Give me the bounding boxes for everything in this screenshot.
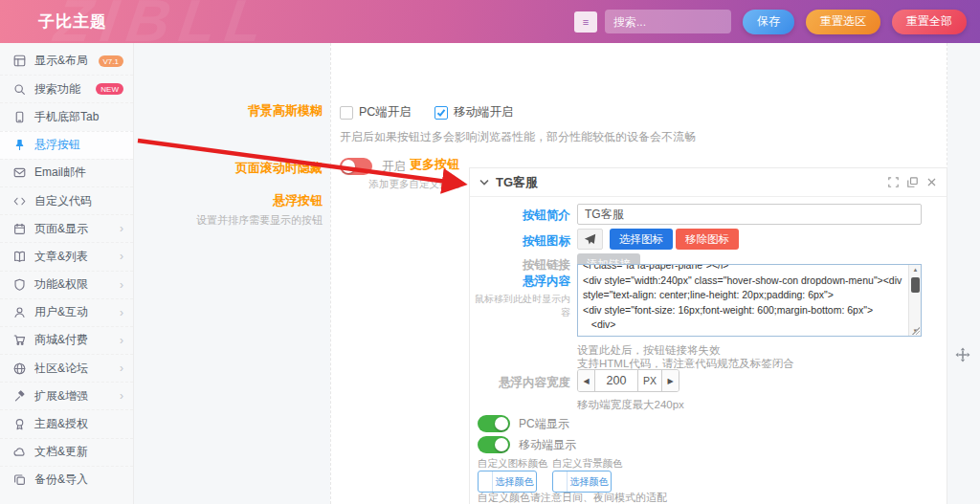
bg-color-swatch [553, 471, 568, 492]
icon-label: 按钮图标 [470, 233, 570, 250]
paper-plane-icon[interactable] [577, 229, 603, 250]
sidebar-item-page-display[interactable]: 页面&显示 › [0, 214, 133, 242]
mobile-checkbox[interactable] [434, 106, 448, 120]
scroll-up-icon[interactable]: ▲ [909, 267, 922, 273]
user-icon [13, 306, 27, 319]
mail-icon [13, 166, 27, 180]
pick-icon-color-button[interactable]: 选择颜色 [478, 471, 537, 493]
sidebar-item-theme-license[interactable]: 主题&授权 [0, 409, 133, 437]
duplicate-icon[interactable] [907, 177, 918, 187]
bg-color-label: 自定义背景颜色 [552, 457, 623, 471]
app-title: 子比主题 [38, 11, 107, 33]
remove-icon-button[interactable]: 移除图标 [676, 229, 739, 250]
sidebar-item-shop[interactable]: 商城&付费 › [0, 326, 133, 354]
cloud-icon [13, 446, 27, 459]
community-icon [13, 362, 27, 375]
color-hint: 自定义颜色请注意日间、夜间模式的适配 [478, 491, 667, 504]
save-button[interactable]: 保存 [743, 10, 794, 34]
pc-checkbox-label[interactable]: PC端开启 [359, 104, 412, 121]
chevron-right-icon: › [120, 278, 123, 292]
width-stepper: ◀ 200 PX ▶ [577, 369, 679, 392]
close-icon[interactable] [926, 177, 937, 187]
pin-icon [13, 139, 27, 152]
chevron-right-icon: › [120, 334, 123, 347]
search-icon [13, 82, 27, 96]
panel-header[interactable]: TG客服 [470, 168, 947, 197]
sidebar-item-extensions[interactable]: 扩展&增强 › [0, 382, 133, 409]
gaussian-blur-hint: 开启后如果按钮过多会影响浏览器性能，部分性能较低的设备会不流畅 [340, 129, 696, 145]
float-button-desc: 设置并排序需要显示的按钮 [134, 213, 323, 228]
version-badge: V7.1 [99, 55, 123, 67]
more-buttons-label: 更多按钮 [330, 156, 459, 173]
sidebar-item-users[interactable]: 用户&互动 › [0, 298, 133, 326]
textarea-scrollbar[interactable]: ▲ ▼ [908, 265, 921, 336]
hover-hint1: 设置此处后，按钮链接将失效 [577, 343, 721, 358]
phone-icon [13, 110, 27, 123]
mobile-show-label: 移动端显示 [519, 437, 576, 453]
select-icon-button[interactable]: 选择图标 [610, 229, 673, 250]
tools-icon [13, 389, 27, 403]
panel-title: TG客服 [496, 174, 538, 191]
intro-label: 按钮简介 [470, 208, 570, 224]
chevron-right-icon: › [120, 222, 123, 235]
stepper-decrease-icon[interactable]: ◀ [578, 370, 594, 391]
width-label: 悬浮内容宽度 [470, 375, 570, 391]
hover-code-textarea[interactable]: <i class="fa fa-paper-plane"></i> <div s… [577, 264, 922, 337]
gaussian-blur-options: PC端开启 移动端开启 [340, 104, 513, 121]
reset-section-button[interactable]: 重置选区 [806, 10, 880, 34]
hover-code-content: <i class="fa fa-paper-plane"></i> <div s… [583, 264, 905, 337]
sidebar-item-display-layout[interactable]: 显示&布局 V7.1 [0, 47, 133, 75]
width-value[interactable]: 200 [594, 370, 638, 391]
code-icon [13, 194, 27, 208]
shield-icon [13, 278, 27, 292]
article-icon [13, 250, 27, 263]
chevron-right-icon: › [120, 250, 123, 263]
settings-main: 背景高斯模糊 PC端开启 移动端开启 开启后如果按钮过多会影响浏览器性能，部分性… [134, 43, 980, 504]
sidebar-item-backup[interactable]: 备份&导入 [0, 466, 133, 493]
sidebar-item-article-list[interactable]: 文章&列表 › [0, 242, 133, 270]
cart-icon [13, 334, 27, 347]
quick-nav-icon[interactable]: ≡ [574, 11, 597, 33]
stepper-increase-icon[interactable]: ▶ [662, 370, 679, 391]
top-header: ZIBLL 子比主题 ≡ 保存 重置选区 重置全部 [0, 0, 980, 43]
collapse-chevron-icon [479, 179, 489, 186]
pc-show-label: PC端显示 [519, 416, 569, 432]
move-handle-icon[interactable] [955, 347, 970, 362]
pc-show-toggle[interactable] [478, 415, 510, 432]
copy-icon [13, 473, 27, 487]
sidebar-item-community[interactable]: 社区&论坛 › [0, 354, 133, 382]
custom-button-panel: TG客服 按钮简介 按钮图标 选择图标 移除图标 按钮链接 添加链接 悬浮内容 … [469, 167, 947, 504]
pick-bg-color-button[interactable]: 选择颜色 [552, 471, 612, 493]
sidebar-item-email[interactable]: Email邮件 [0, 159, 133, 186]
sidebar-item-search[interactable]: 搜索功能 NEW [0, 75, 133, 102]
chevron-right-icon: › [120, 306, 123, 319]
icon-color-label: 自定义图标颜色 [478, 457, 548, 471]
sidebar-item-float-button[interactable]: 悬浮按钮 [0, 131, 133, 159]
search-input[interactable] [605, 10, 731, 33]
sidebar-item-permissions[interactable]: 功能&权限 › [0, 271, 133, 298]
pc-checkbox[interactable] [340, 106, 353, 120]
more-buttons-desc: 添加更多自定义按钮 [330, 178, 459, 191]
scrollbar-thumb[interactable] [911, 277, 920, 293]
chevron-right-icon: › [120, 362, 123, 375]
expand-icon[interactable] [888, 177, 899, 187]
sidebar-item-mobile-tab[interactable]: 手机底部Tab [0, 102, 133, 130]
chevron-right-icon: › [120, 389, 123, 403]
width-hint: 移动端宽度最大240px [577, 398, 684, 412]
sidebar-item-docs-update[interactable]: 文档&更新 [0, 438, 133, 466]
page-icon [13, 222, 27, 235]
float-button-label: 悬浮按钮 设置并排序需要显示的按钮 [134, 192, 323, 228]
hide-on-scroll-label: 页面滚动时隐藏 [134, 160, 323, 177]
width-unit: PX [638, 370, 662, 391]
layout-icon [13, 55, 27, 68]
mobile-checkbox-label[interactable]: 移动端开启 [454, 104, 514, 121]
link-label: 按钮链接 [470, 257, 570, 274]
gaussian-blur-label: 背景高斯模糊 [134, 102, 323, 120]
resize-grip[interactable] [912, 327, 920, 335]
sidebar-item-custom-code[interactable]: 自定义代码 [0, 186, 133, 214]
reset-all-button[interactable]: 重置全部 [892, 10, 967, 34]
intro-input[interactable] [577, 204, 922, 225]
hover-label: 悬浮内容 鼠标移到此处时显示内容 [470, 274, 570, 319]
hover-desc: 鼠标移到此处时显示内容 [470, 293, 570, 319]
mobile-show-toggle[interactable] [478, 436, 510, 453]
